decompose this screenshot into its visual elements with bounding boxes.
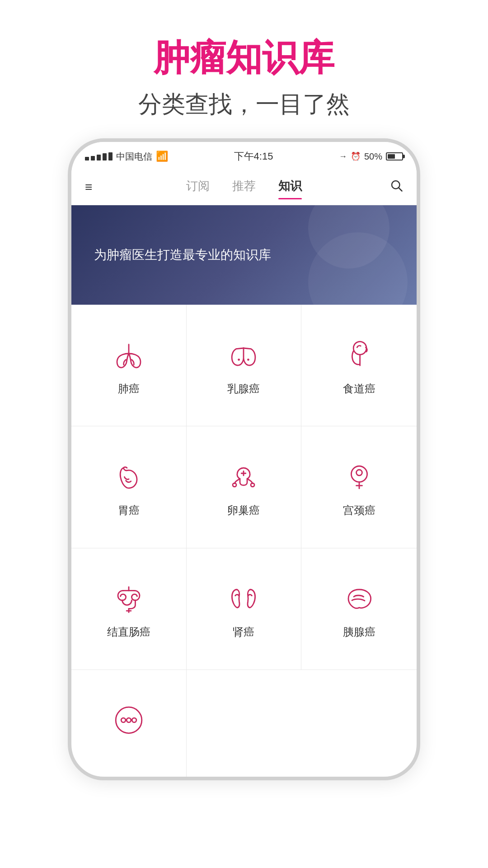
phone-frame: 中国电信 📶 下午4:15 → ⏰ 50% ≡ 订阅 推荐 知识 为肿 — [68, 138, 420, 780]
svg-point-2 — [238, 359, 240, 361]
cancer-grid: 肺癌 乳腺癌 — [71, 305, 417, 777]
menu-icon[interactable]: ≡ — [85, 180, 108, 194]
cancer-cell-pancreas[interactable]: 胰腺癌 — [301, 548, 417, 670]
esophagus-icon — [341, 337, 377, 373]
kidney-icon — [225, 580, 262, 617]
status-bar-left: 中国电信 📶 — [85, 151, 168, 163]
svg-point-3 — [247, 359, 249, 361]
ovary-label: 卵巢癌 — [227, 503, 260, 518]
stomach-icon — [111, 459, 147, 495]
nav-bar: ≡ 订阅 推荐 知识 — [71, 169, 417, 205]
cancer-cell-esophagus[interactable]: 食道癌 — [301, 305, 417, 426]
cancer-cell-other[interactable] — [71, 670, 187, 777]
alarm-icon: ⏰ — [351, 151, 361, 161]
location-icon: → — [339, 152, 347, 161]
esophagus-label: 食道癌 — [343, 382, 375, 396]
signal-dots — [85, 152, 113, 160]
page-title: 肿瘤知识库 — [138, 36, 350, 80]
cancer-cell-ovary[interactable]: 卵巢癌 — [187, 426, 302, 548]
kidney-label: 肾癌 — [233, 625, 254, 639]
breast-icon — [225, 337, 262, 373]
lung-icon — [111, 337, 147, 373]
colon-icon — [111, 580, 147, 617]
knowledge-banner: 为肿瘤医生打造最专业的知识库 — [71, 205, 417, 305]
svg-point-12 — [132, 718, 136, 723]
ovary-icon — [225, 459, 262, 495]
stomach-label: 胃癌 — [118, 503, 140, 518]
nav-tabs: 订阅 推荐 知识 — [186, 178, 302, 196]
svg-point-7 — [351, 466, 367, 482]
cancer-cell-cervix[interactable]: 宫颈癌 — [301, 426, 417, 548]
cancer-cell-kidney[interactable]: 肾癌 — [187, 548, 302, 670]
svg-line-1 — [399, 188, 402, 191]
banner-text: 为肿瘤医生打造最专业的知识库 — [94, 246, 271, 264]
page-header: 肿瘤知识库 分类查找，一目了然 — [138, 0, 350, 120]
battery-bar — [386, 152, 403, 160]
cervix-label: 宫颈癌 — [343, 503, 375, 518]
cancer-cell-colon[interactable]: 结直肠癌 — [71, 548, 187, 670]
svg-point-8 — [356, 470, 362, 476]
cervix-icon — [341, 459, 377, 495]
svg-point-9 — [116, 708, 142, 734]
page-subtitle: 分类查找，一目了然 — [138, 89, 350, 120]
cancer-cell-lung[interactable]: 肺癌 — [71, 305, 187, 426]
colon-label: 结直肠癌 — [107, 625, 150, 639]
cancer-cell-breast[interactable]: 乳腺癌 — [187, 305, 302, 426]
svg-point-6 — [251, 483, 254, 486]
carrier-name: 中国电信 — [116, 151, 152, 163]
svg-point-10 — [121, 718, 126, 723]
tab-recommend[interactable]: 推荐 — [232, 178, 256, 196]
search-icon[interactable] — [380, 179, 403, 195]
battery-percent: 50% — [364, 151, 382, 162]
cancer-cell-stomach[interactable]: 胃癌 — [71, 426, 187, 548]
lung-label: 肺癌 — [118, 382, 140, 396]
other-icon — [111, 702, 147, 738]
pancreas-label: 胰腺癌 — [343, 625, 375, 639]
wifi-icon: 📶 — [156, 151, 168, 162]
status-time: 下午4:15 — [234, 150, 273, 163]
status-bar-right: → ⏰ 50% — [339, 151, 403, 162]
tab-subscribe[interactable]: 订阅 — [186, 178, 210, 196]
pancreas-icon — [341, 580, 377, 617]
svg-point-5 — [233, 483, 236, 486]
status-bar: 中国电信 📶 下午4:15 → ⏰ 50% — [71, 142, 417, 169]
breast-label: 乳腺癌 — [227, 382, 260, 396]
svg-point-11 — [127, 718, 131, 723]
svg-point-4 — [353, 341, 366, 354]
battery-fill — [388, 154, 395, 159]
tab-knowledge[interactable]: 知识 — [278, 178, 302, 196]
